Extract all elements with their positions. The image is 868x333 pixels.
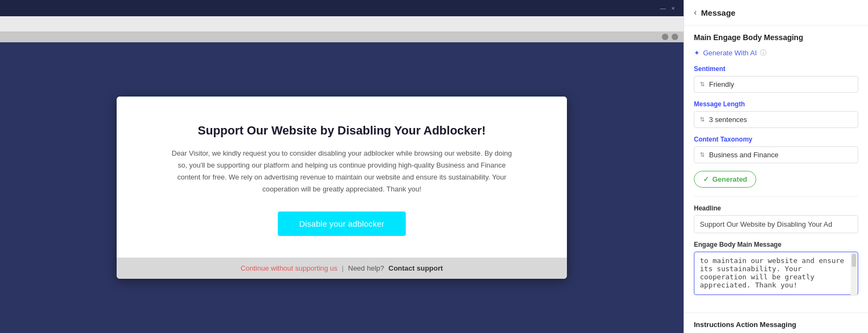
generate-ai-label[interactable]: Generate With AI (703, 49, 757, 57)
textarea-wrapper: to maintain our website and ensure its s… (694, 252, 858, 297)
headline-field-row: Headline (694, 204, 858, 233)
sentiment-select[interactable]: ⇅ Friendly (694, 76, 858, 93)
generated-button[interactable]: ✓ Generated (694, 171, 756, 188)
browser-bar (0, 16, 684, 31)
sentiment-value: Friendly (709, 80, 734, 88)
browser-dots (0, 31, 684, 42)
dot-1 (662, 34, 668, 40)
main-engage-section: Main Engage Body Messaging ✦ Generate Wi… (684, 25, 868, 312)
scrollbar-thumb (852, 254, 856, 267)
content-taxonomy-arrows: ⇅ (700, 151, 705, 158)
minimize-btn[interactable]: — (660, 5, 666, 11)
headline-input[interactable] (694, 215, 858, 233)
message-length-select[interactable]: ⇅ 3 sentences (694, 111, 858, 128)
preview-content: Support Our Website by Disabling Your Ad… (0, 42, 684, 333)
message-length-field-row: Message Length ⇅ 3 sentences (694, 100, 858, 128)
sentiment-label: Sentiment (694, 65, 858, 73)
instructions-section: Instructions Action Messaging Instructio… (684, 312, 868, 333)
dot-2 (672, 34, 678, 40)
headline-field-label: Headline (694, 204, 858, 212)
disable-adblocker-button[interactable]: Disable your adblocker (278, 212, 406, 236)
body-message-field-row: Engage Body Main Message to maintain our… (694, 241, 858, 297)
modal-container: Support Our Website by Disabling Your Ad… (117, 97, 567, 279)
ai-icon: ✦ (694, 49, 700, 57)
close-btn[interactable]: × (672, 5, 675, 11)
sentiment-arrows: ⇅ (700, 81, 705, 88)
modal-body: Support Our Website by Disabling Your Ad… (117, 97, 567, 258)
message-length-value: 3 sentences (709, 116, 747, 124)
divider-1 (694, 196, 858, 197)
main-engage-section-title: Main Engage Body Messaging (694, 33, 858, 42)
sentiment-field-row: Sentiment ⇅ Friendly (694, 65, 858, 93)
modal-footer: Continue without supporting us | Need he… (117, 258, 567, 279)
generated-btn-label: Generated (712, 175, 747, 183)
message-length-label: Message Length (694, 100, 858, 108)
footer-separator: | (342, 264, 343, 272)
modal-title: Support Our Website by Disabling Your Ad… (149, 124, 534, 138)
right-panel: ‹ Message Main Engage Body Messaging ✦ G… (684, 0, 868, 333)
panel-header: ‹ Message (684, 0, 868, 25)
body-message-label: Engage Body Main Message (694, 241, 858, 248)
back-button[interactable]: ‹ (694, 8, 697, 17)
generate-ai-row[interactable]: ✦ Generate With AI ⓘ (694, 48, 858, 57)
content-taxonomy-value: Business and Finance (709, 151, 778, 159)
preview-area: — × Support Our Website by Disabling You… (0, 0, 684, 333)
content-taxonomy-field-row: Content Taxonomy ⇅ Business and Finance (694, 136, 858, 163)
instructions-section-title: Instructions Action Messaging (694, 321, 858, 329)
content-taxonomy-select[interactable]: ⇅ Business and Finance (694, 146, 858, 163)
check-icon: ✓ (703, 175, 709, 183)
contact-support-link[interactable]: Contact support (388, 264, 443, 272)
content-taxonomy-label: Content Taxonomy (694, 136, 858, 143)
info-icon: ⓘ (760, 48, 767, 57)
panel-header-title: Message (701, 8, 735, 17)
textarea-scrollbar[interactable] (851, 253, 857, 296)
body-message-textarea[interactable]: to maintain our website and ensure its s… (694, 252, 858, 295)
message-length-arrows: ⇅ (700, 116, 705, 123)
need-help-text: Need help? (348, 264, 385, 272)
modal-body-text: Dear Visitor, we kindly request you to c… (168, 148, 515, 195)
continue-link[interactable]: Continue without supporting us (241, 264, 338, 272)
browser-chrome: — × (0, 0, 684, 16)
